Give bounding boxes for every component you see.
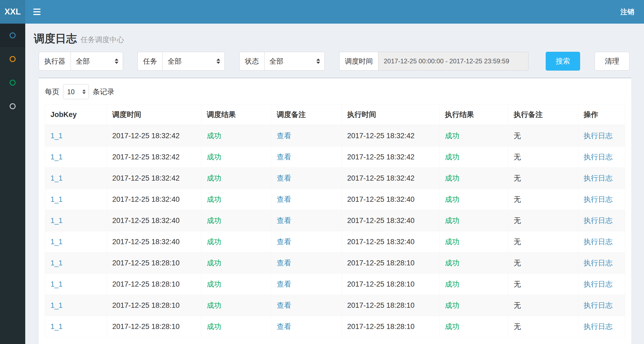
exec-log-link[interactable]: 执行日志 xyxy=(584,217,613,225)
col-header-handle-remark[interactable]: 执行备注 xyxy=(508,104,578,125)
trigger-remark-link[interactable]: 查看 xyxy=(277,238,291,246)
handle-result-cell-td: 成功 xyxy=(439,274,508,295)
handle-result-cell-td: 成功 xyxy=(439,147,508,168)
trigger-remark-link[interactable]: 查看 xyxy=(277,132,291,140)
col-header-handle-time[interactable]: 执行时间 xyxy=(342,104,439,125)
handle-time-cell: 2017-12-25 18:32:42 xyxy=(347,174,415,182)
col-header-action[interactable]: 操作 xyxy=(578,104,625,125)
trigger-remark-link[interactable]: 查看 xyxy=(277,280,291,288)
exec-log-link[interactable]: 执行日志 xyxy=(584,323,613,331)
handle-time-cell: 2017-12-25 18:32:40 xyxy=(347,217,415,225)
trigger-time-cell-td: 2017-12-25 18:28:10 xyxy=(107,316,201,337)
schedule-time-input[interactable]: 2017-12-25 00:00:00 - 2017-12-25 23:59:5… xyxy=(378,52,529,71)
table-header-row: JobKey 调度时间 调度结果 调度备注 执行时间 执行结果 执行备注 操作 xyxy=(45,104,625,125)
table-row: 1_12017-12-25 18:28:10成功查看2017-12-25 18:… xyxy=(45,295,625,316)
handle-remark-cell: 无 xyxy=(514,259,521,267)
trigger-remark-link[interactable]: 查看 xyxy=(277,259,291,267)
trigger-remark-link[interactable]: 查看 xyxy=(277,301,291,309)
handle-time-cell: 2017-12-25 18:28:10 xyxy=(347,323,415,331)
sidebar-item-2[interactable] xyxy=(0,47,25,71)
sidebar-item-1[interactable] xyxy=(0,24,25,47)
exec-log-link-td: 执行日志 xyxy=(578,147,625,168)
jobkey-link[interactable]: 1_1 xyxy=(50,238,63,246)
col-header-handle-result[interactable]: 执行结果 xyxy=(439,104,508,125)
handle-time-cell-td: 2017-12-25 18:28:10 xyxy=(342,252,439,274)
handle-remark-cell: 无 xyxy=(514,195,521,203)
jobkey-link[interactable]: 1_1 xyxy=(50,217,63,225)
page-size-select[interactable]: 10 xyxy=(63,84,89,99)
handle-result-cell: 成功 xyxy=(445,301,460,309)
handle-time-cell-td: 2017-12-25 18:32:40 xyxy=(342,231,439,252)
handle-remark-cell: 无 xyxy=(514,301,521,309)
filter-bar: 执行器 全部 任务 全部 状态 全部 调度时间 2017-12-25 00:00… xyxy=(39,52,636,71)
jobkey-link[interactable]: 1_1 xyxy=(50,280,63,288)
exec-log-link[interactable]: 执行日志 xyxy=(584,153,613,161)
handle-result-cell-td: 成功 xyxy=(439,252,508,274)
clear-button[interactable]: 清理 xyxy=(595,52,629,71)
handle-time-cell-td: 2017-12-25 18:32:42 xyxy=(342,125,439,147)
trigger-result-cell: 成功 xyxy=(207,153,221,161)
col-header-trigger-time[interactable]: 调度时间 xyxy=(107,104,201,125)
search-button[interactable]: 搜索 xyxy=(546,52,580,71)
content-header: 调度日志 任务调度中心 xyxy=(25,24,644,52)
sidebar-item-3[interactable] xyxy=(0,71,25,94)
trigger-time-cell: 2017-12-25 18:28:10 xyxy=(112,259,180,267)
trigger-remark-link[interactable]: 查看 xyxy=(277,195,291,203)
jobkey-link-td: 1_1 xyxy=(45,168,107,189)
status-filter-group: 状态 全部 xyxy=(239,52,325,71)
trigger-remark-link[interactable]: 查看 xyxy=(277,174,291,182)
trigger-result-cell: 成功 xyxy=(207,132,221,140)
job-filter-group: 任务 全部 xyxy=(138,52,225,71)
status-select[interactable]: 全部 xyxy=(264,52,325,71)
sidebar-item-4[interactable] xyxy=(0,94,25,118)
app-logo[interactable]: XXL xyxy=(0,0,25,24)
handle-result-cell: 成功 xyxy=(445,132,460,140)
page-size-control: 每页 10 条记录 xyxy=(45,84,625,99)
page-title-text: 调度日志 xyxy=(34,31,77,46)
jobkey-link[interactable]: 1_1 xyxy=(50,195,63,203)
handle-time-cell-td: 2017-12-25 18:28:10 xyxy=(342,316,439,337)
exec-log-link[interactable]: 执行日志 xyxy=(584,195,613,203)
exec-log-link[interactable]: 执行日志 xyxy=(584,174,613,182)
col-header-jobkey[interactable]: JobKey xyxy=(45,104,107,125)
select-arrows-icon xyxy=(216,58,220,64)
trigger-remark-link[interactable]: 查看 xyxy=(277,153,291,161)
jobkey-link[interactable]: 1_1 xyxy=(50,301,63,309)
select-arrows-icon xyxy=(115,58,118,64)
circle-icon xyxy=(10,56,16,62)
job-select[interactable]: 全部 xyxy=(162,52,225,71)
exec-log-link[interactable]: 执行日志 xyxy=(584,301,613,309)
exec-log-link[interactable]: 执行日志 xyxy=(584,259,613,267)
sidebar-toggle-button[interactable] xyxy=(25,0,48,24)
jobkey-link[interactable]: 1_1 xyxy=(50,132,63,140)
trigger-remark-link[interactable]: 查看 xyxy=(277,323,291,331)
trigger-remark-link-td: 查看 xyxy=(271,295,342,316)
jobkey-link[interactable]: 1_1 xyxy=(50,174,63,182)
table-row: 1_12017-12-25 18:32:42成功查看2017-12-25 18:… xyxy=(45,125,625,147)
jobkey-link[interactable]: 1_1 xyxy=(50,323,63,331)
circle-icon xyxy=(10,103,16,109)
handle-remark-cell-td: 无 xyxy=(508,316,578,337)
exec-log-link[interactable]: 执行日志 xyxy=(584,132,613,140)
jobkey-link[interactable]: 1_1 xyxy=(50,153,63,161)
jobkey-link-td: 1_1 xyxy=(45,231,107,252)
handle-time-cell: 2017-12-25 18:28:10 xyxy=(347,259,415,267)
logout-link[interactable]: 注销 xyxy=(611,7,644,17)
handle-time-cell-td: 2017-12-25 18:32:40 xyxy=(342,189,439,210)
handle-remark-cell: 无 xyxy=(514,238,521,246)
jobkey-link[interactable]: 1_1 xyxy=(50,259,63,267)
trigger-remark-link[interactable]: 查看 xyxy=(277,217,291,225)
trigger-time-cell-td: 2017-12-25 18:32:40 xyxy=(107,210,201,231)
executor-select[interactable]: 全部 xyxy=(71,52,123,71)
exec-log-link-td: 执行日志 xyxy=(578,274,625,295)
trigger-result-cell-td: 成功 xyxy=(201,295,271,316)
exec-log-link[interactable]: 执行日志 xyxy=(584,238,613,246)
exec-log-link[interactable]: 执行日志 xyxy=(584,280,613,288)
handle-remark-cell: 无 xyxy=(514,153,521,161)
col-header-trigger-remark[interactable]: 调度备注 xyxy=(271,104,342,125)
trigger-time-cell: 2017-12-25 18:28:10 xyxy=(112,323,180,331)
handle-remark-cell: 无 xyxy=(514,323,521,331)
col-header-trigger-result[interactable]: 调度结果 xyxy=(201,104,271,125)
table-row: 1_12017-12-25 18:28:10成功查看2017-12-25 18:… xyxy=(45,252,625,274)
trigger-remark-link-td: 查看 xyxy=(271,147,342,168)
